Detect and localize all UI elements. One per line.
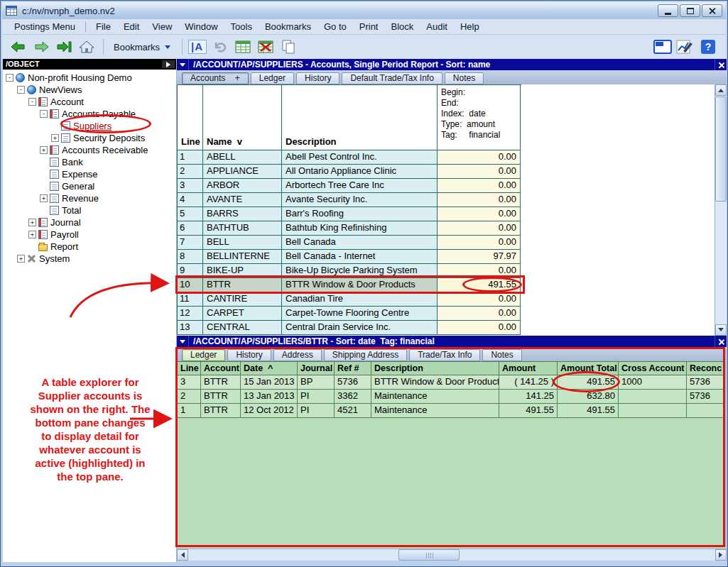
cell-amount-total[interactable]: 491.55 (558, 404, 619, 418)
pane-menu-button[interactable] (177, 336, 189, 347)
cell-account[interactable]: BTTR (201, 390, 241, 404)
supplier-row[interactable]: 5 BARRS Barr's Roofing 0.00 (177, 207, 521, 221)
column-header-date[interactable]: Date ^ (241, 361, 298, 375)
tree-item[interactable]: Bank (3, 156, 176, 168)
tree-expander[interactable]: + (28, 231, 36, 238)
supplier-row[interactable]: 2 APPLIANCE All Ontario Appliance Clinic… (177, 165, 521, 179)
cell-name[interactable]: BARRS (203, 207, 282, 221)
cell-amount[interactable]: 0.00 (438, 221, 521, 236)
cell-description[interactable]: BTTR Window & Door Products (282, 278, 438, 292)
tab[interactable]: History (296, 72, 339, 84)
cell-line[interactable]: 3 (177, 179, 203, 193)
cell-amount[interactable]: 0.00 (438, 264, 521, 278)
tree-expander[interactable]: + (51, 134, 59, 142)
tab[interactable]: Notes (445, 72, 484, 84)
cell-journal[interactable]: PI (298, 390, 335, 404)
column-header-description[interactable]: Description (371, 361, 499, 375)
tree-item[interactable]: - Accounts Payable (3, 108, 176, 120)
cell-ref[interactable]: 5736 (335, 375, 371, 390)
cell-description[interactable]: Bathtub King Refinishing (282, 221, 438, 236)
cell-amount[interactable]: 0.00 (438, 179, 521, 193)
scroll-right-button[interactable] (715, 549, 727, 561)
cell-name[interactable]: APPLIANCE (203, 165, 282, 179)
cell-reconc[interactable]: 5736 (687, 390, 724, 404)
cell-reconc[interactable]: 5736 (687, 375, 724, 390)
tree-item[interactable]: + Security Deposits (3, 132, 176, 144)
cell-description[interactable]: Abell Pest Control Inc. (282, 150, 438, 165)
supplier-row[interactable]: 13 CENTRAL Central Drain Service Inc. 0.… (177, 321, 521, 335)
cell-description[interactable]: Maintenance (371, 404, 499, 418)
cell-amount[interactable]: 0.00 (438, 193, 521, 207)
supplier-row[interactable]: 12 CARPET Carpet-Towne Flooring Centre 0… (177, 307, 521, 321)
cell-line[interactable]: 1 (177, 404, 201, 418)
tab[interactable]: Default Trade/Tax Info (342, 72, 442, 84)
cell-cross-account[interactable]: 1000 (619, 375, 687, 390)
cell-amount[interactable]: 0.00 (438, 165, 521, 179)
cell-name[interactable]: AVANTE (203, 193, 282, 207)
cell-account[interactable]: BTTR (201, 404, 241, 418)
cell-date[interactable]: 15 Jan 2013 (241, 375, 298, 390)
new-table-button[interactable] (232, 38, 254, 57)
tree-expander[interactable]: - (40, 110, 48, 118)
cell-name[interactable]: ARBOR (203, 179, 282, 193)
tab[interactable]: Address (273, 349, 322, 361)
cell-line[interactable]: 13 (177, 321, 203, 335)
menu-item[interactable]: Audit (420, 19, 454, 34)
menu-item[interactable]: Go to (317, 19, 353, 34)
tree-item[interactable]: + Journal (3, 216, 176, 229)
column-header-ref[interactable]: Ref # (335, 361, 371, 375)
cell-description[interactable]: BTTR Window & Door Products (371, 375, 499, 390)
tab[interactable]: Notes (482, 349, 521, 361)
column-header-reconc[interactable]: Reconc (687, 361, 724, 375)
cell-name[interactable]: CENTRAL (203, 321, 282, 335)
cell-amount[interactable]: 0.00 (438, 321, 521, 335)
cell-name[interactable]: CARPET (203, 307, 282, 321)
tree-item[interactable]: Suppliers (3, 120, 176, 132)
cell-description[interactable]: Central Drain Service Inc. (282, 321, 438, 335)
cell-line[interactable]: 5 (177, 207, 203, 221)
bookmarks-button[interactable]: Bookmarks (108, 38, 176, 57)
cell-reconc[interactable] (687, 404, 724, 418)
maximize-button[interactable] (680, 4, 700, 17)
column-header-amount-total[interactable]: Amount Total (558, 361, 619, 375)
column-header-name[interactable]: Name v (203, 85, 282, 150)
text-style-button[interactable] (187, 38, 208, 57)
cell-name[interactable]: BELL (203, 236, 282, 250)
menu-item[interactable]: Tools (224, 19, 259, 34)
cell-line[interactable]: 3 (177, 375, 201, 390)
tree-item[interactable]: - NewViews (3, 84, 176, 96)
tree-expander[interactable]: - (17, 86, 25, 94)
menu-item[interactable]: Help (454, 19, 486, 34)
column-header-journal[interactable]: Journal (298, 361, 335, 375)
scroll-down-button[interactable] (715, 324, 727, 336)
scroll-up-button[interactable] (715, 84, 727, 96)
bottom-pane-vertical-scrollbar[interactable] (724, 349, 727, 547)
tree-item[interactable]: - Non-profit Housing Demo (3, 72, 176, 84)
supplier-row[interactable]: 9 BIKE-UP Bike-Up Bicycle Parking System… (177, 264, 521, 278)
cell-description[interactable]: Arbortech Tree Care Inc (282, 179, 438, 193)
cell-line[interactable]: 8 (177, 250, 203, 264)
title-bar[interactable]: c:/nv/nvnph_demo.nv2 (2, 2, 726, 19)
tab[interactable]: Ledger (251, 72, 294, 84)
menu-item[interactable]: Block (384, 19, 420, 34)
column-header-line[interactable]: Line (177, 85, 203, 150)
cell-line[interactable]: 2 (177, 165, 203, 179)
tree-item[interactable]: + Payroll (3, 229, 176, 241)
column-header-cross-account[interactable]: Cross Account (619, 361, 687, 375)
column-header-amount[interactable]: Amount (499, 361, 558, 375)
forward-button[interactable] (31, 38, 52, 57)
undo-button[interactable] (210, 38, 231, 57)
cell-amount[interactable]: 0.00 (438, 207, 521, 221)
tree-item[interactable]: Report (3, 241, 176, 253)
column-header-account[interactable]: Account (201, 361, 241, 375)
cell-name[interactable]: BIKE-UP (203, 264, 282, 278)
scroll-left-button[interactable] (177, 549, 188, 561)
ledger-row[interactable]: 2 BTTR 13 Jan 2013 PI 3362 Maintenance 1… (177, 390, 724, 404)
pane-menu-button[interactable] (177, 59, 189, 70)
home-button[interactable] (76, 38, 97, 57)
horizontal-scrollbar[interactable] (177, 549, 727, 561)
menu-item[interactable]: Bookmarks (259, 19, 317, 34)
pane-close-button[interactable] (715, 59, 727, 70)
tab[interactable]: Accounts + (182, 72, 249, 84)
supplier-row[interactable]: 4 AVANTE Avante Security Inc. 0.00 (177, 193, 521, 207)
